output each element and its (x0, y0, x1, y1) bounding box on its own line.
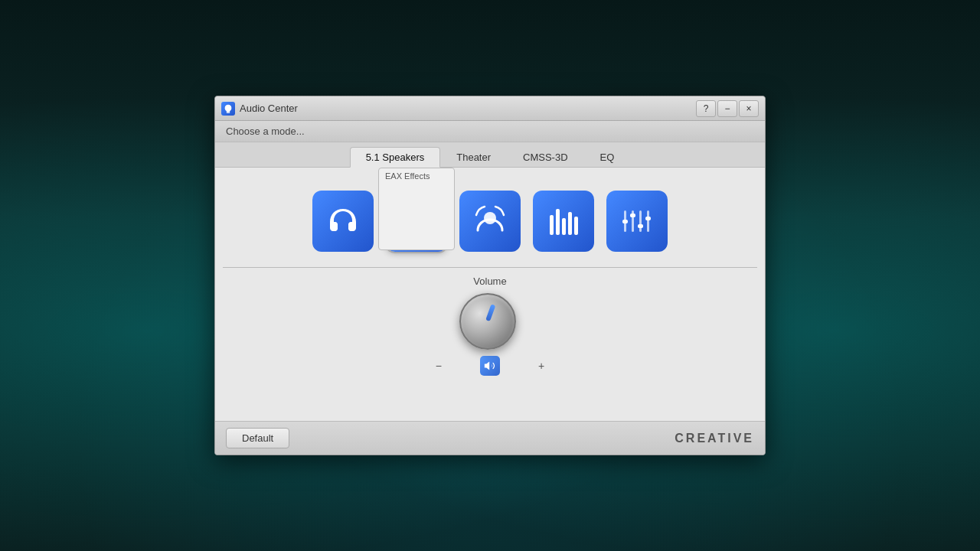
minimize-button[interactable]: − (717, 100, 737, 117)
svg-rect-17 (647, 210, 649, 232)
mixer-icon (619, 203, 655, 240)
effects-row: EAX Effects EAX (215, 168, 765, 267)
default-button[interactable]: Default (226, 428, 289, 448)
svg-rect-12 (622, 220, 628, 223)
eax-button[interactable]: EAX (386, 191, 447, 252)
eax-dropdown-label: EAX Effects (385, 171, 430, 181)
equalizer-button[interactable] (533, 191, 594, 252)
svg-rect-8 (562, 218, 566, 235)
svg-rect-15 (639, 210, 642, 232)
volume-indicators: − + (436, 356, 544, 376)
title-bar: Audio Center ? − × (215, 96, 765, 121)
volume-section: Volume − + (215, 268, 765, 421)
svg-rect-7 (556, 209, 560, 235)
help-button[interactable]: ? (696, 100, 716, 117)
svg-rect-16 (638, 224, 643, 228)
mixer-button[interactable] (606, 191, 668, 252)
svg-rect-18 (645, 217, 651, 220)
title-bar-left: Audio Center (221, 102, 298, 116)
svg-rect-6 (550, 215, 554, 235)
volume-plus-label: + (538, 360, 544, 372)
tab-theater[interactable]: Theater (440, 147, 507, 167)
headphone-icon (325, 203, 361, 240)
svg-rect-9 (568, 212, 572, 235)
tab-cmss3d[interactable]: CMSS-3D (507, 147, 584, 167)
volume-knob-container (459, 293, 521, 354)
tab-speakers[interactable]: 5.1 Speakers (350, 147, 441, 168)
svg-rect-0 (227, 112, 230, 112)
volume-label: Volume (473, 276, 506, 287)
volume-knob[interactable] (459, 293, 516, 350)
svg-rect-10 (574, 217, 578, 235)
audio-center-window: Audio Center ? − × Choose a mode... 5.1 … (214, 96, 766, 455)
headphone-button[interactable] (312, 191, 374, 252)
equalizer-icon (545, 203, 582, 240)
close-button[interactable]: × (739, 100, 759, 117)
volume-speaker-button[interactable] (480, 356, 500, 376)
main-content: EAX Effects EAX (215, 168, 765, 421)
bottom-bar: Default CREATIVE (215, 421, 765, 455)
crystalizer-button[interactable] (459, 191, 521, 252)
tab-eq[interactable]: EQ (584, 147, 631, 167)
app-icon (221, 102, 235, 116)
eax-icon: EAX (398, 203, 435, 240)
mode-label: Choose a mode... (226, 126, 305, 137)
svg-point-5 (484, 212, 496, 224)
window-title: Audio Center (240, 103, 298, 114)
crystalizer-icon (472, 203, 508, 240)
volume-minus-label: − (436, 360, 442, 372)
mode-bar: Choose a mode... (215, 121, 765, 142)
svg-rect-14 (630, 214, 635, 217)
svg-point-3 (409, 218, 415, 224)
eax-button-container: EAX Effects EAX (386, 191, 447, 252)
brand-logo: CREATIVE (675, 432, 754, 445)
title-bar-buttons: ? − × (696, 100, 759, 117)
speaker-icon (484, 360, 496, 372)
svg-text:EAX: EAX (418, 217, 434, 226)
tab-bar: 5.1 Speakers Theater CMSS-3D EQ (215, 142, 765, 168)
